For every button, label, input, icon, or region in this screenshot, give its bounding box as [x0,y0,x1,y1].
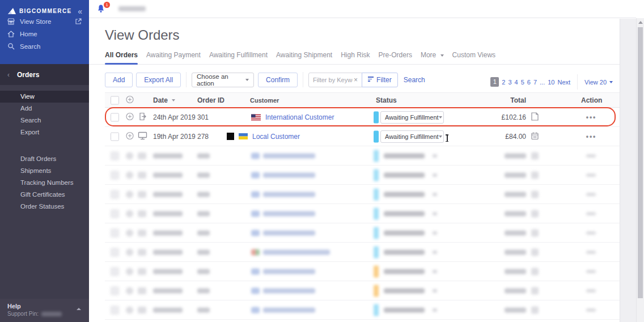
row-checkbox[interactable] [111,132,119,141]
row-checkbox[interactable] [111,306,119,314]
tab-custom-views[interactable]: Custom Views [452,51,495,59]
row-checkbox[interactable] [111,190,119,198]
sidebar-item-orders-export[interactable]: Export [0,126,89,138]
sidebar-item-draft-orders[interactable]: Draft Orders [0,153,89,165]
sidebar-item-order-statuses[interactable]: Order Statuses [0,201,89,213]
row-actions-button[interactable]: ••• [581,133,601,141]
sidebar-collapse-icon[interactable]: « [78,9,82,14]
bulk-action-select[interactable]: Choose an action [192,73,254,87]
tab-pre-orders[interactable]: Pre-Orders [379,51,412,59]
sidebar-section-orders[interactable]: ‹ Orders [0,64,89,85]
sidebar-item-orders-view[interactable]: View [0,91,89,103]
sidebar-help-footer[interactable]: Help Support Pin: [0,299,89,322]
page-next-link[interactable]: Next [557,79,570,86]
export-all-button[interactable]: Export All [136,73,181,87]
redacted-order-row[interactable] [105,281,620,300]
page-link[interactable]: 2 [502,79,505,86]
row-actions-button[interactable] [586,270,596,273]
row-checkbox[interactable] [111,209,119,218]
calendar-icon[interactable] [531,132,539,141]
expand-row-icon[interactable] [126,132,134,141]
document-icon [531,190,539,198]
orders-tabs: All Orders Awaiting Payment Awaiting Ful… [89,51,620,65]
keyword-filter-input[interactable] [313,77,353,83]
row-actions-button[interactable]: ••• [581,113,601,121]
order-id-redacted [197,288,210,293]
invoice-icon[interactable] [531,112,539,122]
sidebar-item-search[interactable]: Search [0,40,89,52]
select-all-checkbox[interactable] [111,96,119,104]
page-link[interactable]: 10 [548,79,554,86]
add-button[interactable]: Add [105,73,133,87]
page-link[interactable]: 7 [533,79,537,86]
row-actions-button[interactable] [586,308,596,311]
row-actions-button[interactable] [586,251,596,253]
column-header-date[interactable]: Date [153,96,175,104]
clear-filter-icon[interactable]: × [354,76,358,84]
redacted-order-row[interactable] [105,204,620,223]
status-select[interactable]: Awaiting Fulfillment [380,111,444,124]
row-checkbox[interactable] [111,248,119,256]
tab-high-risk[interactable]: High Risk [341,51,370,59]
row-actions-button[interactable] [586,193,596,196]
status-select[interactable]: Awaiting Fulfillment [380,130,444,143]
customer-redacted [263,269,315,274]
page-current[interactable]: 1 [490,77,499,87]
document-icon [531,152,539,159]
sidebar-item-tracking-numbers[interactable]: Tracking Numbers [0,177,89,189]
redacted-order-row[interactable] [105,146,620,166]
scrollbar-thumb[interactable] [638,27,643,298]
tab-awaiting-shipment[interactable]: Awaiting Shipment [276,51,332,59]
row-actions-button[interactable] [586,154,596,157]
column-header-total[interactable]: Total [468,96,526,104]
expand-all-icon[interactable] [126,95,134,105]
filter-button[interactable]: Filter [362,73,398,87]
customer-link[interactable]: International Customer [265,113,334,121]
page-link[interactable]: 3 [508,79,511,86]
tab-awaiting-payment[interactable]: Awaiting Payment [146,51,201,59]
row-checkbox[interactable] [111,151,119,160]
row-checkbox[interactable] [111,267,119,276]
page-link[interactable]: 5 [521,79,524,86]
page-link[interactable]: 6 [527,79,531,86]
search-orders-link[interactable]: Search [404,76,425,84]
redacted-order-row[interactable] [105,262,620,281]
column-header-customer[interactable]: Customer [250,97,279,104]
document-icon [531,229,539,236]
redacted-order-row[interactable] [105,223,620,243]
row-checkbox[interactable] [111,286,119,295]
view-per-page-select[interactable]: View 20 [584,79,613,86]
redacted-order-row[interactable] [105,185,620,204]
column-header-status[interactable]: Status [376,96,397,104]
order-row-301[interactable]: 24th Apr 2019 301 International Customer… [105,108,620,127]
sidebar-item-home[interactable]: Home [0,28,89,40]
row-actions-button[interactable] [586,289,596,292]
expand-row-icon[interactable] [126,112,134,122]
bigcommerce-logo-icon [7,7,16,15]
sidebar-item-orders-add[interactable]: Add [0,103,89,115]
sidebar-item-orders-search[interactable]: Search [0,115,89,126]
sidebar-item-shipments[interactable]: Shipments [0,165,89,177]
row-checkbox[interactable] [111,113,119,121]
redacted-order-row[interactable] [105,166,620,185]
row-checkbox[interactable] [111,228,119,237]
sidebar-item-gift-certificates[interactable]: Gift Certificates [0,189,89,201]
notifications-button[interactable]: 1 [96,4,107,14]
vertical-scrollbar[interactable] [636,18,644,322]
tab-more[interactable]: More [421,51,444,59]
row-actions-button[interactable] [586,173,596,176]
scroll-up-arrow-icon[interactable] [638,21,643,24]
row-checkbox[interactable] [111,171,119,179]
sidebar-item-view-store[interactable]: View Store [0,15,89,27]
tab-all-orders[interactable]: All Orders [105,51,138,59]
confirm-button[interactable]: Confirm [258,73,298,87]
order-row-278[interactable]: 19th Apr 2019 278 Local Customer Awaitin… [105,127,620,146]
customer-link[interactable]: Local Customer [252,133,300,141]
redacted-order-row[interactable] [105,243,620,262]
column-header-order-id[interactable]: Order ID [197,96,224,104]
row-actions-button[interactable] [586,212,596,215]
page-link[interactable]: 4 [515,79,518,86]
tab-awaiting-fulfillment[interactable]: Awaiting Fulfillment [209,51,268,59]
redacted-order-row[interactable] [105,300,620,320]
row-actions-button[interactable] [586,231,596,234]
